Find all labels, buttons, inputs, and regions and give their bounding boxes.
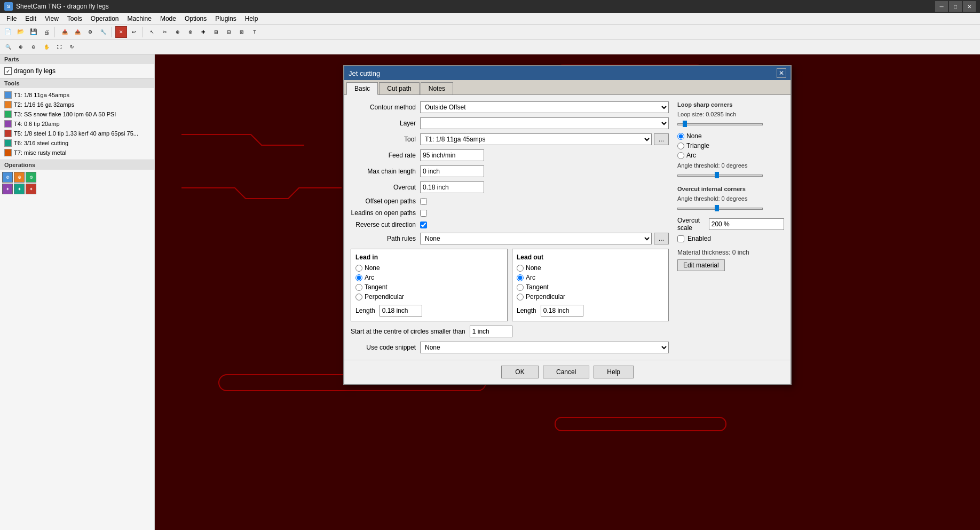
feed-rate-input[interactable]: 95 inch/min <box>420 149 484 161</box>
menu-edit[interactable]: Edit <box>21 14 41 23</box>
tool-item-2[interactable]: T3: SS snow flake 180 ipm 60 A 50 PSI <box>2 109 152 119</box>
overcut-angle-slider-container <box>677 204 763 212</box>
lead-out-perpendicular-radio[interactable] <box>517 294 524 300</box>
new-button[interactable]: 📄 <box>2 26 14 38</box>
menu-plugins[interactable]: Plugins <box>211 14 240 23</box>
fit-button[interactable]: ⛶ <box>53 41 65 53</box>
tab-cut-path[interactable]: Cut path <box>379 82 419 94</box>
loop-size-slider-thumb[interactable] <box>683 121 687 127</box>
max-chain-control: 0 inch <box>420 165 669 177</box>
path-rules-ellipsis-button[interactable]: ... <box>654 233 669 244</box>
tool-item-3[interactable]: T4: 0.6 tip 20amp <box>2 119 152 129</box>
code-snippet-select[interactable]: None <box>420 342 669 353</box>
dialog-close-button[interactable]: ✕ <box>777 68 786 78</box>
btn3[interactable]: ⚙ <box>84 26 96 38</box>
offset-open-checkbox[interactable] <box>420 198 427 205</box>
close-button[interactable]: ✕ <box>963 1 976 12</box>
loop-arc-radio[interactable] <box>677 152 684 159</box>
btn5[interactable]: ✕ <box>115 26 127 38</box>
cancel-button[interactable]: Cancel <box>543 366 589 378</box>
lead-in-none-radio[interactable] <box>355 265 362 272</box>
tool-item-5[interactable]: T6: 3/16 steel cutting <box>2 138 152 148</box>
menu-mode[interactable]: Mode <box>156 14 180 23</box>
overcut-input[interactable]: 0.18 inch <box>420 181 484 193</box>
toolbar-secondary: 🔍 ⊕ ⊖ ✋ ⛶ ↻ <box>0 39 980 54</box>
tool-item-4[interactable]: T5: 1/8 steel 1.0 tip 1.33 kerf 40 amp 6… <box>2 129 152 138</box>
op-icon-4[interactable]: ✦ <box>2 184 13 194</box>
menu-help[interactable]: Help <box>241 14 263 23</box>
btn9[interactable]: ✚ <box>197 26 209 38</box>
path-rules-select[interactable]: None <box>420 233 652 244</box>
help-button[interactable]: Help <box>594 366 634 378</box>
parts-checkbox[interactable] <box>4 67 12 75</box>
pan-button[interactable]: ✋ <box>41 41 52 53</box>
reverse-cut-checkbox[interactable] <box>420 222 427 228</box>
import-button[interactable]: 📥 <box>59 26 70 38</box>
layer-select[interactable] <box>420 117 669 129</box>
btn10[interactable]: ⊞ <box>210 26 222 38</box>
parts-content: dragon fly legs <box>0 64 154 78</box>
max-chain-input[interactable]: 0 inch <box>420 165 484 177</box>
lead-in-tangent-radio[interactable] <box>355 284 362 291</box>
zoom-button[interactable]: 🔍 <box>2 41 14 53</box>
op-icon-5[interactable]: ✦ <box>14 184 25 194</box>
export-button[interactable]: 📤 <box>72 26 83 38</box>
lead-out-none-radio[interactable] <box>517 265 524 272</box>
rotate-button[interactable]: ↻ <box>66 41 78 53</box>
lead-out-arc-radio[interactable] <box>517 274 524 281</box>
leadins-open-checkbox[interactable] <box>420 210 427 217</box>
save-button[interactable]: 💾 <box>28 26 39 38</box>
btn12[interactable]: ⊠ <box>236 26 248 38</box>
undo-button[interactable]: ↩ <box>128 26 140 38</box>
tool-ellipsis-button[interactable]: ... <box>654 133 669 145</box>
btn6[interactable]: ✂ <box>159 26 171 38</box>
lead-out-tangent-radio[interactable] <box>517 284 524 291</box>
loop-triangle-radio[interactable] <box>677 143 684 149</box>
contour-method-select[interactable]: Outside Offset Inside Offset On Path Poc… <box>420 101 669 113</box>
enabled-row: Enabled <box>677 235 784 242</box>
menu-view[interactable]: View <box>41 14 63 23</box>
tool-item-1[interactable]: T2: 1/16 16 ga 32amps <box>2 100 152 109</box>
maximize-button[interactable]: □ <box>949 1 962 12</box>
btn8[interactable]: ⊗ <box>185 26 196 38</box>
start-at-centre-input[interactable]: 1 inch <box>470 326 512 337</box>
zoom-in[interactable]: ⊕ <box>15 41 27 53</box>
print-button[interactable]: 🖨 <box>41 26 52 38</box>
btn11[interactable]: ⊟ <box>223 26 235 38</box>
select-button[interactable]: ↖ <box>146 26 158 38</box>
tool-item-6[interactable]: T7: misc rusty metal <box>2 148 152 157</box>
edit-material-button[interactable]: Edit material <box>677 259 725 271</box>
menu-machine[interactable]: Machine <box>123 14 156 23</box>
tab-notes[interactable]: Notes <box>421 82 453 94</box>
loop-none-radio[interactable] <box>677 133 684 140</box>
op-icon-2[interactable]: ⚙ <box>14 172 25 183</box>
tool-select[interactable]: T1: 1/8 11ga 45amps <box>420 133 652 145</box>
op-icon-3[interactable]: ⚙ <box>26 172 36 183</box>
tool-item-0[interactable]: T1: 1/8 11ga 45amps <box>2 90 152 100</box>
ok-button[interactable]: OK <box>501 366 539 378</box>
menu-options[interactable]: Options <box>180 14 211 23</box>
overcut-scale-input[interactable]: 200 % <box>709 218 784 230</box>
btn7[interactable]: ⊕ <box>172 26 184 38</box>
menu-operation[interactable]: Operation <box>86 14 123 23</box>
angle-slider-thumb[interactable] <box>715 172 719 178</box>
minimize-button[interactable]: ─ <box>935 1 948 12</box>
lead-in-length-input[interactable]: 0.18 inch <box>380 305 422 317</box>
tab-basic[interactable]: Basic <box>346 82 378 95</box>
lead-in-arc-radio[interactable] <box>355 274 362 281</box>
lead-out-length-input[interactable]: 0.18 inch <box>541 305 583 317</box>
tab-bar: Basic Cut path Notes <box>344 80 791 95</box>
open-button[interactable]: 📂 <box>15 26 27 38</box>
lead-in-arc-label: Arc <box>365 274 374 281</box>
btn4[interactable]: 🔧 <box>97 26 109 38</box>
btn13[interactable]: T <box>249 26 260 38</box>
overcut-angle-thumb[interactable] <box>715 205 719 211</box>
zoom-out[interactable]: ⊖ <box>28 41 39 53</box>
op-icon-6[interactable]: ✦ <box>26 184 36 194</box>
lead-in-perpendicular-radio[interactable] <box>355 294 362 300</box>
menu-tools[interactable]: Tools <box>63 14 86 23</box>
menu-file[interactable]: File <box>2 14 21 23</box>
enabled-checkbox[interactable] <box>677 235 684 242</box>
parts-tree-item[interactable]: dragon fly legs <box>2 66 152 76</box>
op-icon-1[interactable]: ⚙ <box>2 172 13 183</box>
